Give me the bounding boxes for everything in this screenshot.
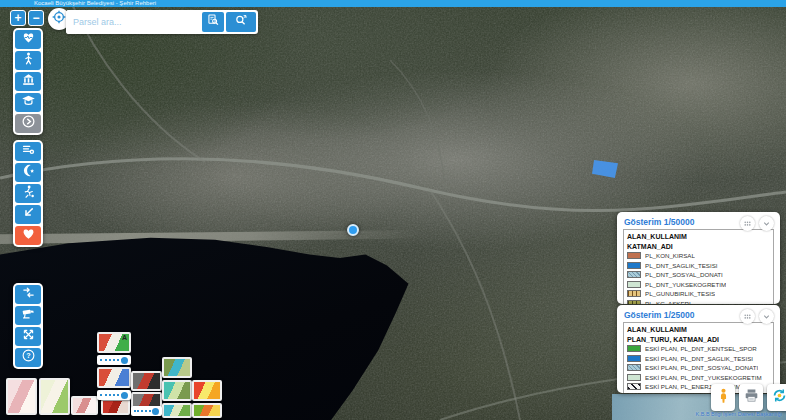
chevron-right-icon — [21, 114, 36, 133]
legend-row: ESKİ PLAN, PL_DNT_SOSYAL_DONATI — [627, 363, 770, 373]
help-button[interactable]: ? — [15, 348, 41, 367]
drag-grid-icon[interactable] — [740, 309, 755, 324]
crescent-star-icon — [21, 163, 36, 182]
layer-opacity-slider[interactable] — [131, 406, 162, 416]
cctv-button[interactable] — [15, 306, 41, 325]
zoom-in-button[interactable]: + — [10, 10, 26, 26]
legend-swatch — [627, 345, 641, 352]
search-external-icon — [234, 13, 248, 31]
slider-knob[interactable] — [152, 408, 159, 415]
heart-pulse-icon — [21, 30, 36, 49]
legend-swatch — [627, 383, 641, 390]
legend-swatch — [627, 374, 641, 381]
sports-field-button[interactable] — [15, 142, 41, 161]
document-magnifier-icon — [206, 13, 220, 31]
field-lines-icon — [21, 142, 36, 161]
arrow-down-left-icon — [21, 205, 36, 224]
expand-tools-button[interactable] — [15, 114, 41, 133]
legend-label: PL_GUNUBIRLIK_TESIS — [645, 290, 715, 297]
legend-swatch — [627, 262, 641, 269]
location-marker[interactable] — [347, 224, 359, 236]
parcel-search-button[interactable] — [202, 12, 224, 32]
basemap-parcels-red-thumbnail[interactable] — [101, 399, 130, 415]
street-view-button[interactable] — [711, 384, 735, 411]
thumbnail-label: A — [122, 334, 127, 341]
layer-opacity-slider[interactable] — [97, 355, 131, 365]
parcel-search-input[interactable] — [66, 10, 202, 34]
slider-track — [134, 410, 154, 412]
accessibility-icon — [21, 51, 36, 70]
legend-field-name: KATMAN_ADI — [627, 242, 770, 252]
legend-row: ESKİ PLAN, PL_DNT_KENTSEL_SPOR — [627, 344, 770, 354]
compare-layers-button[interactable] — [15, 285, 41, 304]
measure-button[interactable] — [15, 327, 41, 346]
basemap-cadastral-thumbnail[interactable] — [71, 396, 98, 415]
legend-label: PL_KC_ASKERI — [645, 300, 691, 304]
favorites-button[interactable] — [15, 226, 41, 245]
legend-swatch — [627, 364, 641, 371]
legend-panel-50000: Gösterim 1/50000 ALAN_KULLANIM KATMAN_AD… — [617, 212, 780, 304]
legend-row: PL_DNT_YUKSEKOGRETIM — [627, 280, 770, 290]
zoom-out-button[interactable]: − — [28, 10, 44, 26]
legend-row: ESKİ PLAN, PL_DNT_YUKSEKOGRETIM — [627, 373, 770, 383]
refresh-data-button[interactable] — [767, 384, 786, 411]
legend-swatch — [627, 271, 641, 278]
slider-track — [100, 359, 123, 361]
legend-swatch — [627, 355, 641, 362]
education-button[interactable] — [15, 93, 41, 112]
sidebar-group-places — [13, 28, 43, 135]
pan-southwest-button[interactable] — [15, 205, 41, 224]
legend-rows: PL_KON_KIRSALPL_DNT_SAGLIK_TESISIPL_DNT_… — [627, 251, 770, 304]
terrain-green-thumbnail[interactable] — [162, 357, 192, 378]
legend-field-name: ALAN_KULLANIM — [627, 232, 770, 242]
plan-overlay-a-thumbnail[interactable]: A — [97, 332, 131, 353]
museum-icon — [21, 72, 36, 91]
diagonal-arrows-icon — [21, 327, 36, 346]
legend-label: ESKİ PLAN, PL_DNT_SOSYAL_DONATI — [645, 364, 758, 371]
health-button[interactable] — [15, 30, 41, 49]
legend-label: ESKİ PLAN, PL_DNT_YUKSEKOGRETIM — [645, 374, 762, 381]
mosque-button[interactable] — [15, 163, 41, 182]
satellite-gray-1-thumbnail[interactable] — [131, 371, 162, 391]
legend-swatch — [627, 252, 641, 259]
basemap-streets-green-thumbnail[interactable] — [39, 378, 70, 415]
museum-button[interactable] — [15, 72, 41, 91]
basemap-streets-light-thumbnail[interactable] — [6, 378, 37, 415]
legend-label: PL_DNT_SOSYAL_DONATI — [645, 271, 723, 278]
circular-arrows-icon — [771, 387, 786, 408]
accessibility-button[interactable] — [15, 51, 41, 70]
browser-titlebar: Kocaeli Büyükşehir Belediyesi - Şehir Re… — [0, 0, 786, 7]
legend-label: ESKİ PLAN, PL_DNT_SAGLIK_TESISI — [645, 355, 753, 362]
drag-grid-icon[interactable] — [740, 216, 755, 231]
print-button[interactable] — [739, 384, 763, 411]
legend-row: PL_GUNUBIRLIK_TESIS — [627, 289, 770, 299]
athlete-icon — [21, 184, 36, 203]
slider-knob[interactable] — [121, 357, 128, 364]
slider-track — [100, 394, 123, 396]
sidebar-group-tools: ? — [13, 283, 43, 369]
legend-swatch — [627, 281, 641, 288]
legend-row: PL_KON_KIRSAL — [627, 251, 770, 261]
legend-row: PL_DNT_SOSYAL_DONATI — [627, 270, 770, 280]
pegman-icon — [715, 387, 732, 408]
heatmap-orange-thumbnail[interactable] — [192, 380, 222, 401]
layer-opacity-slider[interactable] — [97, 390, 131, 400]
terrain-rivers-thumbnail[interactable] — [162, 403, 192, 418]
terrain-cyan-thumbnail[interactable] — [162, 380, 192, 401]
map-search-button[interactable] — [226, 12, 256, 32]
legend-field-name: PLAN_TURU, KATMAN_ADI — [627, 335, 770, 345]
graduation-cap-icon — [21, 93, 36, 112]
legend-row: PL_DNT_SAGLIK_TESISI — [627, 261, 770, 271]
legend-label: PL_DNT_SAGLIK_TESISI — [645, 262, 718, 269]
sports-person-button[interactable] — [15, 184, 41, 203]
legend-swatch — [627, 290, 641, 297]
question-mark-icon: ? — [21, 348, 36, 367]
heatmap-green-thumbnail[interactable] — [192, 403, 222, 418]
slider-knob[interactable] — [121, 392, 128, 399]
search-bar — [66, 10, 258, 34]
heart-icon — [21, 226, 36, 245]
collapse-chevron-icon[interactable] — [759, 216, 774, 231]
printer-icon — [743, 387, 760, 408]
plan-overlay-b-thumbnail[interactable] — [97, 367, 131, 388]
collapse-chevron-icon[interactable] — [759, 309, 774, 324]
